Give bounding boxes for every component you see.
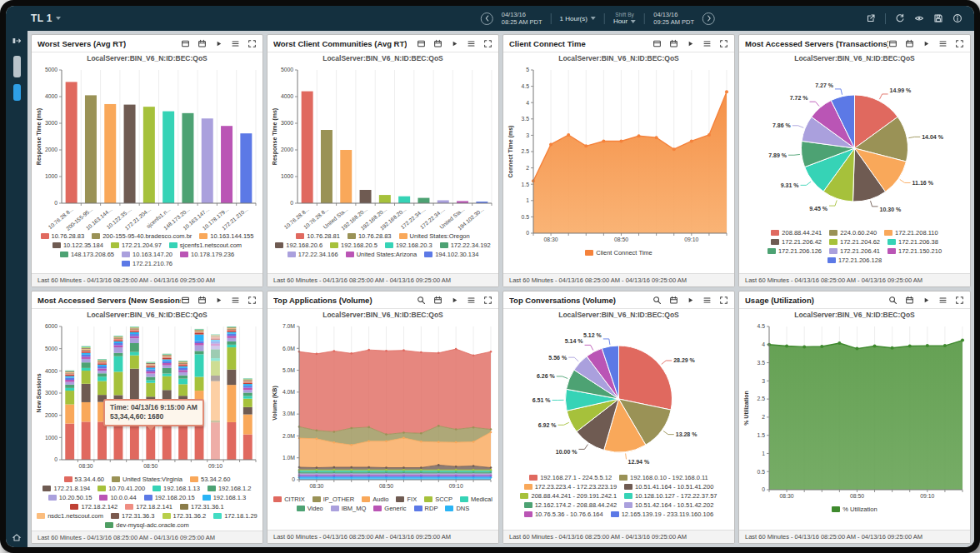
chart-most-accessed-servers-new-sessions[interactable]: Time: 04/13/16 9:15:00 AM 53,34,4,60: 16… bbox=[32, 321, 262, 474]
export-icon[interactable] bbox=[866, 13, 876, 23]
chart-usage-utilization[interactable]: 08:3008:5009:1000.511.522.533.544.5% Uti… bbox=[739, 321, 970, 504]
refresh-icon[interactable] bbox=[895, 13, 905, 23]
svg-text:0: 0 bbox=[292, 476, 295, 482]
magnifier-icon[interactable] bbox=[652, 296, 662, 305]
menu-icon[interactable] bbox=[938, 39, 948, 48]
chart-tooltip: Time: 04/13/16 9:15:00 AM 53,34,4,60: 16… bbox=[103, 399, 204, 426]
chart-top-conversations-volume[interactable]: 28.29 %13.28 %12.94 %10.00 %6.92 %6.51 %… bbox=[503, 321, 734, 472]
shift-by-label: Shift By bbox=[613, 12, 636, 17]
legend-label: 172.21.204.97 bbox=[122, 242, 162, 249]
window-icon[interactable] bbox=[181, 296, 190, 305]
panel-toolbar bbox=[888, 39, 964, 48]
chart-client-connect-time[interactable]: 08:3008:5009:1000.511.522.533.544.55Conn… bbox=[503, 64, 734, 247]
expand-icon[interactable] bbox=[248, 39, 257, 48]
minimized-panel-indicator-active[interactable] bbox=[13, 84, 21, 101]
menu-icon[interactable] bbox=[231, 296, 240, 305]
legend-item: Medical bbox=[460, 496, 492, 503]
legend-label: 53.34.2.60 bbox=[201, 476, 230, 483]
magnifier-icon[interactable] bbox=[417, 296, 426, 305]
expand-icon[interactable] bbox=[248, 296, 257, 305]
expand-icon[interactable] bbox=[483, 39, 492, 48]
calendar-icon[interactable] bbox=[669, 39, 678, 48]
calendar-icon[interactable] bbox=[198, 39, 207, 48]
calendar-icon[interactable] bbox=[905, 39, 914, 48]
legend-swatch bbox=[297, 506, 305, 511]
timeline-back-button[interactable] bbox=[481, 12, 493, 25]
expand-icon[interactable] bbox=[483, 296, 492, 305]
legend-swatch bbox=[169, 242, 178, 248]
legend-swatch bbox=[888, 239, 896, 245]
legend-label: dev-mysql-adc.oracle.com bbox=[116, 521, 189, 529]
svg-text:4.5: 4.5 bbox=[522, 83, 530, 89]
duration-dropdown[interactable]: 1 Hour(s) bbox=[560, 15, 596, 22]
calendar-icon[interactable] bbox=[669, 296, 678, 305]
play-icon[interactable] bbox=[450, 296, 459, 305]
expand-icon[interactable] bbox=[955, 296, 964, 305]
menu-icon[interactable] bbox=[938, 296, 948, 305]
eye-icon[interactable] bbox=[914, 13, 924, 23]
menu-icon[interactable] bbox=[231, 39, 240, 48]
window-icon[interactable] bbox=[652, 39, 662, 48]
shift-by-dropdown[interactable]: Shift By Hour bbox=[613, 12, 636, 25]
panel-title: Usage (Utilization) bbox=[745, 296, 814, 305]
play-icon[interactable] bbox=[686, 39, 695, 48]
calendar-icon[interactable] bbox=[433, 296, 442, 305]
legend-swatch bbox=[829, 239, 838, 245]
dashboard-title-dropdown[interactable]: TL 1 bbox=[31, 12, 61, 24]
legend-label: 12.165.139.19 - 233.119.160.106 bbox=[622, 511, 713, 518]
svg-text:08:50: 08:50 bbox=[143, 463, 158, 469]
magnifier-icon[interactable] bbox=[888, 296, 898, 305]
legend-item: 172.21.204.97 bbox=[111, 242, 162, 249]
svg-text:6.51 %: 6.51 % bbox=[532, 397, 552, 403]
save-icon[interactable] bbox=[933, 13, 943, 23]
svg-text:6.92 %: 6.92 % bbox=[538, 422, 558, 428]
divider bbox=[604, 13, 605, 24]
chart-worst-servers[interactable]: 10.76.28.8...200-155-95...10.163.144...1… bbox=[32, 64, 262, 231]
tooltip-value: 53,34,4,60: 1680 bbox=[110, 412, 198, 421]
chart-worst-client-communities[interactable]: 10.76.28.8...10.76.28.8...United Sta...1… bbox=[268, 64, 498, 231]
legend-swatch bbox=[524, 511, 532, 517]
play-icon[interactable] bbox=[922, 296, 931, 305]
legend-item: 192.168.20.3 bbox=[385, 242, 432, 249]
play-icon[interactable] bbox=[450, 39, 459, 48]
legend-swatch bbox=[180, 252, 188, 257]
legend-label: 172.21.206.128 bbox=[838, 257, 882, 264]
legend-item: 10.51.41.164 - 10.51.41.200 bbox=[624, 483, 713, 491]
legend-item: 148.173.208.65 bbox=[60, 251, 114, 258]
sidebar-toggle-icon[interactable] bbox=[12, 36, 22, 46]
home-icon[interactable] bbox=[12, 532, 22, 542]
expand-icon[interactable] bbox=[719, 296, 728, 305]
info-icon[interactable] bbox=[952, 13, 962, 23]
menu-icon[interactable] bbox=[702, 39, 712, 48]
svg-text:0: 0 bbox=[762, 486, 765, 492]
legend-swatch bbox=[524, 484, 532, 490]
window-icon[interactable] bbox=[181, 39, 190, 48]
legend-label: CITRIX bbox=[284, 496, 305, 503]
calendar-icon[interactable] bbox=[198, 296, 207, 305]
legend-swatch bbox=[399, 233, 408, 239]
svg-text:10.00 %: 10.00 % bbox=[556, 449, 578, 455]
timeline-forward-button[interactable] bbox=[702, 12, 715, 25]
legend-swatch bbox=[70, 504, 78, 510]
chart-top-applications-volume[interactable]: 08:3008:5009:1001.0M2.0M3.0M4.0M5.0M6.0M… bbox=[268, 321, 498, 494]
menu-icon[interactable] bbox=[467, 296, 476, 305]
play-icon[interactable] bbox=[214, 39, 223, 48]
menu-icon[interactable] bbox=[467, 39, 476, 48]
window-icon[interactable] bbox=[888, 39, 898, 48]
play-icon[interactable] bbox=[922, 39, 931, 48]
play-icon[interactable] bbox=[686, 296, 695, 305]
minimized-panel-indicator[interactable] bbox=[13, 56, 21, 77]
legend-label: 192.168.20.6 bbox=[286, 242, 322, 249]
expand-icon[interactable] bbox=[719, 39, 728, 48]
svg-text:4: 4 bbox=[762, 341, 765, 347]
legend-item: 10.0.0.44 bbox=[99, 494, 136, 501]
menu-icon[interactable] bbox=[702, 296, 712, 305]
play-icon[interactable] bbox=[214, 296, 223, 305]
legend-swatch bbox=[92, 233, 100, 239]
chart-most-accessed-servers-transactions[interactable]: 14.99 %14.04 %11.16 %10.30 %9.45 %9.31 %… bbox=[739, 64, 970, 227]
window-icon[interactable] bbox=[417, 39, 426, 48]
svg-text:09:10: 09:10 bbox=[684, 237, 698, 242]
expand-icon[interactable] bbox=[955, 39, 964, 48]
calendar-icon[interactable] bbox=[905, 296, 914, 305]
calendar-icon[interactable] bbox=[433, 39, 442, 48]
